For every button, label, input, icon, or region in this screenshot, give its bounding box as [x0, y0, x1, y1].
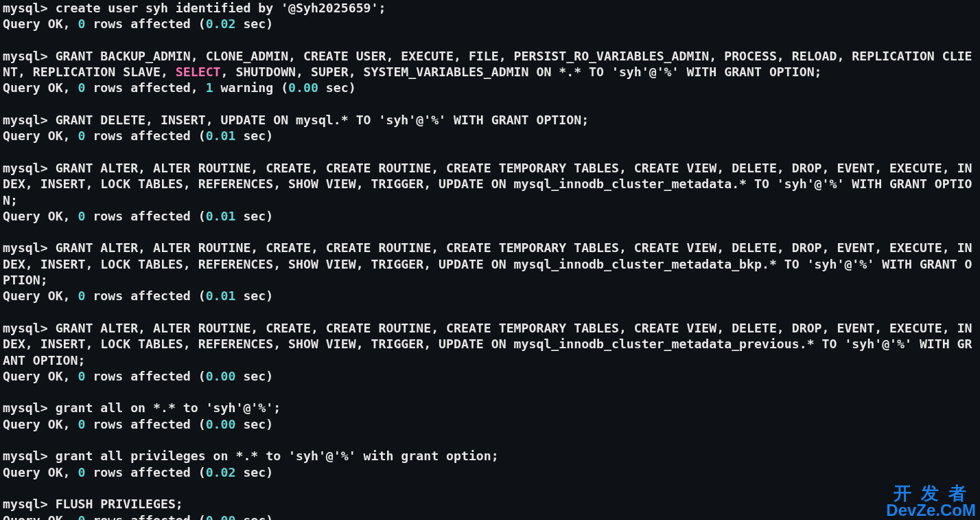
mysql-result-line: Query OK, 0 rows affected (0.02 sec): [3, 16, 977, 32]
terminal-text: sec): [235, 289, 273, 303]
mysql-result-line: Query OK, 0 rows affected (0.01 sec): [3, 128, 977, 144]
mysql-prompt: mysql>: [3, 161, 56, 175]
terminal-number: 0.00: [288, 80, 318, 95]
terminal-text: sec): [235, 128, 273, 143]
terminal-text: Query OK,: [3, 16, 78, 31]
terminal-text: rows affected (: [85, 128, 205, 143]
terminal-text: rows affected (: [85, 16, 205, 31]
mysql-command-line[interactable]: mysql> GRANT ALTER, ALTER ROUTINE, CREAT…: [3, 320, 977, 368]
terminal-text: rows affected (: [85, 209, 205, 223]
terminal-text: GRANT ALTER, ALTER ROUTINE, CREATE, CREA…: [3, 321, 972, 368]
terminal-text: Query OK,: [3, 128, 78, 143]
terminal-text: rows affected (: [85, 417, 205, 431]
mysql-result-line: Query OK, 0 rows affected (0.01 sec): [3, 208, 977, 224]
terminal-text: warning (: [213, 80, 289, 95]
terminal-number: 0: [78, 369, 86, 383]
mysql-result-line: Query OK, 0 rows affected, 1 warning (0.…: [3, 80, 977, 95]
terminal-text: rows affected (: [85, 465, 205, 479]
terminal-number: 0.00: [206, 417, 236, 431]
terminal-text: Query OK,: [3, 80, 78, 95]
blank-line: [3, 224, 977, 240]
mysql-prompt: mysql>: [3, 400, 56, 415]
blank-line: [3, 96, 977, 112]
terminal-text: sec): [235, 16, 273, 31]
terminal-number: 0.01: [206, 128, 236, 143]
terminal-text: , SHUTDOWN, SUPER, SYSTEM_VARIABLES_ADMI…: [221, 65, 822, 79]
blank-line: [3, 480, 977, 496]
mysql-prompt: mysql>: [3, 113, 56, 127]
terminal-text: FLUSH PRIVILEGES;: [56, 497, 183, 511]
terminal-number: 0: [78, 16, 86, 31]
terminal-text: rows affected (: [85, 289, 205, 303]
terminal-number: 0: [78, 417, 86, 431]
mysql-command-line[interactable]: mysql> GRANT ALTER, ALTER ROUTINE, CREAT…: [3, 160, 977, 208]
terminal-text: rows affected (: [85, 513, 205, 521]
terminal-text: grant all on *.* to 'syh'@'%';: [56, 400, 281, 415]
terminal-text: Query OK,: [3, 417, 78, 431]
terminal-number: 0.02: [206, 465, 236, 479]
blank-line: [3, 384, 977, 400]
terminal-text: sec): [235, 465, 273, 479]
mysql-prompt: mysql>: [3, 449, 56, 463]
terminal-text: grant all privileges on *.* to 'syh'@'%'…: [56, 449, 499, 463]
terminal-text: sec): [318, 80, 356, 95]
blank-line: [3, 304, 977, 320]
terminal-text: rows affected,: [85, 80, 205, 95]
mysql-command-line[interactable]: mysql> grant all on *.* to 'syh'@'%';: [3, 400, 977, 416]
terminal-text: GRANT ALTER, ALTER ROUTINE, CREATE, CREA…: [3, 240, 972, 287]
mysql-prompt: mysql>: [3, 49, 56, 63]
terminal-text: Query OK,: [3, 465, 78, 479]
terminal-number: 0: [78, 465, 86, 479]
mysql-command-line[interactable]: mysql> create user syh identified by '@S…: [3, 0, 977, 16]
terminal-number: 0.00: [206, 369, 236, 383]
mysql-prompt: mysql>: [3, 1, 56, 15]
terminal-number: 0: [78, 80, 86, 95]
terminal-number: 0.00: [206, 513, 236, 521]
terminal-number: 0.01: [206, 209, 236, 223]
mysql-command-line[interactable]: mysql> grant all privileges on *.* to 's…: [3, 448, 977, 464]
terminal-number: 0.01: [206, 289, 236, 303]
terminal-text: Query OK,: [3, 289, 78, 303]
blank-line: [3, 32, 977, 48]
terminal-text: rows affected (: [85, 369, 205, 383]
terminal-text: GRANT DELETE, INSERT, UPDATE ON mysql.* …: [56, 113, 589, 127]
terminal-number: 0.02: [206, 16, 236, 31]
mysql-prompt: mysql>: [3, 497, 56, 511]
terminal-text: Query OK,: [3, 209, 78, 223]
terminal-text: sec): [235, 513, 273, 521]
terminal-text: sec): [235, 369, 273, 383]
mysql-command-line[interactable]: mysql> GRANT ALTER, ALTER ROUTINE, CREAT…: [3, 240, 977, 288]
mysql-command-line[interactable]: mysql> GRANT DELETE, INSERT, UPDATE ON m…: [3, 112, 977, 128]
mysql-command-line[interactable]: mysql> FLUSH PRIVILEGES;: [3, 496, 977, 512]
terminal-number: 0: [78, 128, 86, 143]
terminal-text: sec): [235, 209, 273, 223]
mysql-terminal[interactable]: mysql> create user syh identified by '@S…: [0, 0, 980, 520]
terminal-number: 0: [78, 209, 86, 223]
terminal-text: create user syh identified by '@Syh20256…: [56, 1, 386, 15]
sql-keyword: SELECT: [176, 65, 221, 79]
mysql-result-line: Query OK, 0 rows affected (0.02 sec): [3, 464, 977, 480]
mysql-prompt: mysql>: [3, 240, 56, 255]
terminal-number: 0: [78, 513, 86, 521]
terminal-number: 0: [78, 289, 86, 303]
terminal-text: Query OK,: [3, 513, 78, 521]
mysql-result-line: Query OK, 0 rows affected (0.00 sec): [3, 368, 977, 384]
terminal-text: GRANT ALTER, ALTER ROUTINE, CREATE, CREA…: [3, 161, 972, 207]
mysql-result-line: Query OK, 0 rows affected (0.00 sec): [3, 416, 977, 432]
mysql-command-line[interactable]: mysql> GRANT BACKUP_ADMIN, CLONE_ADMIN, …: [3, 48, 977, 80]
terminal-number: 1: [206, 80, 213, 95]
terminal-text: Query OK,: [3, 369, 78, 383]
blank-line: [3, 144, 977, 160]
mysql-result-line: Query OK, 0 rows affected (0.00 sec): [3, 512, 977, 521]
mysql-result-line: Query OK, 0 rows affected (0.01 sec): [3, 288, 977, 304]
blank-line: [3, 432, 977, 448]
mysql-prompt: mysql>: [3, 321, 56, 335]
terminal-text: sec): [235, 417, 273, 431]
